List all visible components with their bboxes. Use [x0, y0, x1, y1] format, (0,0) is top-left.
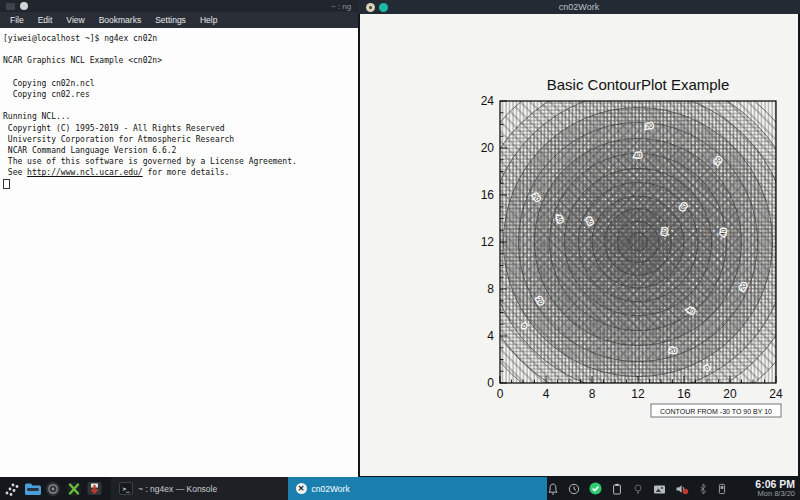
terminal-line: NCAR Command Language Version 6.6.2	[3, 145, 364, 156]
terminal-line: [yiwei@localhost ~]$ ng4ex cn02n	[3, 33, 364, 44]
contour-info-text: CONTOUR FROM -30 TO 90 BY 10	[660, 408, 772, 415]
updates-ok-icon[interactable]	[589, 482, 602, 495]
taskbar-item-konsole[interactable]: >_ ~ : ng4ex — Konsole	[111, 477, 287, 500]
y-tick-label: 20	[481, 141, 495, 155]
night-light-icon[interactable]	[632, 483, 644, 495]
window-button-icon[interactable]	[6, 3, 15, 10]
menu-bar: FileEditViewBookmarksSettingsHelp	[0, 12, 364, 28]
terminal-output[interactable]: [yiwei@localhost ~]$ ng4ex cn02n NCAR Gr…	[0, 28, 364, 477]
x-tick-label: 0	[497, 387, 504, 401]
file-manager-icon[interactable]	[24, 480, 42, 498]
clock-date: Mon 8/3/20	[735, 490, 795, 498]
konsole-window: ~ : ng FileEditViewBookmarksSettingsHelp…	[0, 0, 364, 477]
x-tick-label: 8	[589, 387, 596, 401]
cn02work-title: cn02Work	[358, 2, 800, 12]
clock-widget[interactable]: 6:06 PM Mon 8/3/20	[735, 479, 795, 498]
terminal-line	[3, 44, 364, 55]
contour-bands	[470, 60, 800, 425]
y-tick-label: 16	[481, 188, 495, 202]
terminal-line: Copying cn02n.ncl	[3, 78, 364, 89]
x-tick-label: 4	[543, 387, 550, 401]
terminal-line: The use of this software is governed by …	[3, 156, 364, 167]
device-icon[interactable]	[717, 483, 727, 495]
taskbar-item-cn02work[interactable]: ✕ cn02Work	[288, 477, 547, 500]
notifications-icon[interactable]	[547, 483, 559, 495]
konsole-icon: >_	[119, 482, 133, 495]
konsole-titlebar[interactable]: ~ : ng	[0, 0, 364, 12]
contour-plot-svg: Basic ContourPlot Example048121620240481…	[470, 60, 800, 430]
taskbar-item-label: ~ : ng4ex — Konsole	[138, 484, 217, 494]
bluetooth-icon[interactable]	[698, 483, 708, 495]
clock-tray-icon[interactable]	[568, 483, 580, 495]
terminal-line: Copyright (C) 1995-2019 - All Rights Res…	[3, 123, 364, 134]
plot-title: Basic ContourPlot Example	[547, 76, 730, 93]
terminal-line: See http://www.ncl.ucar.edu/ for more de…	[3, 167, 364, 178]
y-tick-label: 4	[487, 329, 494, 343]
y-tick-label: 12	[481, 235, 495, 249]
x-tick-label: 12	[631, 387, 645, 401]
terminal-line: University Corporation for Atmospheric R…	[3, 134, 364, 145]
x11-app-icon[interactable]	[65, 480, 83, 498]
konsole-title: ~ : ng	[331, 2, 351, 11]
cn02work-window: cn02Work Basic ContourPlot Example048121…	[358, 0, 800, 478]
system-tray	[547, 482, 727, 495]
terminal-line: Running NCL...	[3, 111, 364, 122]
package-manager-icon[interactable]	[86, 480, 104, 498]
cn02work-titlebar[interactable]: cn02Work	[358, 0, 800, 14]
menu-file[interactable]: File	[3, 12, 31, 28]
y-tick-label: 24	[481, 94, 495, 108]
contour-label: 20	[645, 122, 654, 130]
menu-edit[interactable]: Edit	[31, 12, 60, 28]
menu-help[interactable]: Help	[193, 12, 224, 28]
contour-label: 40	[719, 228, 727, 236]
app-launcher-icon[interactable]	[3, 480, 21, 498]
x-tick-label: 24	[769, 387, 783, 401]
x-tick-label: 16	[677, 387, 691, 401]
terminal-cursor	[3, 179, 10, 189]
terminal-line	[3, 100, 364, 111]
x-tick-label: 20	[723, 387, 737, 401]
window-button-icon[interactable]	[20, 2, 28, 10]
menu-view[interactable]: View	[59, 12, 91, 28]
terminal-line: Copying cn02.res	[3, 89, 364, 100]
screenshots-icon[interactable]	[653, 483, 666, 495]
menu-settings[interactable]: Settings	[148, 12, 193, 28]
media-app-icon[interactable]	[45, 480, 63, 498]
terminal-line	[3, 67, 364, 78]
x11-window-icon: ✕	[296, 483, 307, 494]
contour-label: 40	[634, 151, 642, 159]
taskbar-item-label: cn02Work	[312, 484, 350, 494]
y-tick-label: 0	[487, 376, 494, 390]
clipboard-icon[interactable]	[611, 483, 623, 495]
taskbar: >_ ~ : ng4ex — Konsole ✕ cn02Work	[0, 477, 800, 500]
terminal-line: NCAR Graphics NCL Example <cn02n>	[3, 55, 364, 66]
terminal-link[interactable]: http://www.ncl.ucar.edu/	[27, 168, 143, 177]
contour-label: 20	[669, 346, 678, 354]
volume-muted-icon[interactable]	[675, 483, 689, 495]
menu-bookmarks[interactable]: Bookmarks	[92, 12, 149, 28]
y-tick-label: 8	[487, 282, 494, 296]
contour-band-90	[629, 233, 647, 251]
